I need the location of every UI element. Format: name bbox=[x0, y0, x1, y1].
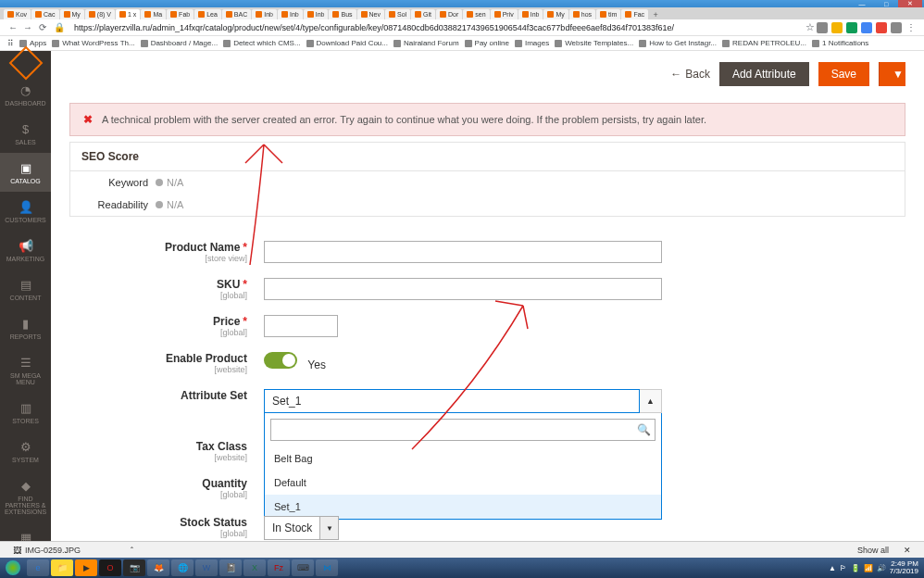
task-icon[interactable]: 📁 bbox=[51, 559, 73, 576]
attribute-set-select[interactable]: Set_1 bbox=[264, 389, 640, 413]
sku-input[interactable] bbox=[264, 278, 662, 300]
save-dropdown-button[interactable]: ▼ bbox=[879, 62, 905, 86]
sidebar-item[interactable]: ▥STORES bbox=[0, 393, 51, 432]
apps-button[interactable]: ⠿ bbox=[7, 39, 14, 48]
browser-tab[interactable]: tim bbox=[596, 9, 620, 19]
extension-icon[interactable] bbox=[817, 22, 828, 33]
bookmark-item[interactable]: Detect which CMS... bbox=[223, 39, 300, 47]
browser-tab[interactable]: sen bbox=[463, 9, 489, 19]
forward-icon[interactable]: → bbox=[20, 20, 35, 35]
extension-icon[interactable] bbox=[876, 22, 887, 33]
close-download-bar[interactable]: ✕ bbox=[898, 544, 917, 557]
chevron-up-icon[interactable]: ˆ bbox=[131, 546, 133, 555]
browser-tab[interactable]: Lea bbox=[194, 9, 221, 19]
dropdown-option[interactable]: Default bbox=[265, 471, 661, 495]
task-icon[interactable]: 🌐 bbox=[171, 559, 194, 576]
task-icon[interactable]: ⌨ bbox=[292, 559, 314, 576]
browser-tab[interactable]: Fac bbox=[621, 9, 648, 19]
maximize-button[interactable]: □ bbox=[874, 0, 898, 7]
browser-tab[interactable]: My bbox=[60, 9, 84, 19]
browser-tab[interactable]: Git bbox=[411, 9, 435, 19]
task-icon[interactable]: 🦊 bbox=[147, 559, 169, 576]
dropdown-option[interactable]: Belt Bag bbox=[265, 446, 661, 471]
extension-icon[interactable] bbox=[861, 22, 872, 33]
sidebar-item[interactable]: $SALES bbox=[0, 114, 51, 153]
browser-tab[interactable]: 1 x bbox=[116, 9, 140, 19]
new-tab-button[interactable]: + bbox=[649, 9, 662, 19]
url-input[interactable] bbox=[69, 21, 805, 34]
browser-tab[interactable]: Nev bbox=[357, 9, 384, 19]
bookmark-item[interactable]: Download Paid Cou... bbox=[306, 39, 388, 47]
browser-tab[interactable]: (8) V bbox=[85, 9, 115, 19]
bookmark-item[interactable]: How to Get Instagr... bbox=[639, 39, 717, 47]
task-icon[interactable]: X bbox=[243, 559, 266, 576]
tray-icon[interactable]: 🔋 bbox=[851, 564, 860, 572]
task-icon[interactable]: ▶ bbox=[75, 559, 97, 576]
browser-tab[interactable]: Inb bbox=[304, 9, 329, 19]
task-icon[interactable]: Fz bbox=[268, 559, 290, 576]
menu-icon[interactable]: ⋮ bbox=[904, 20, 918, 35]
browser-tab[interactable]: Fab bbox=[167, 9, 194, 19]
task-icon[interactable]: 📷 bbox=[123, 559, 145, 576]
back-icon[interactable]: ← bbox=[6, 20, 20, 35]
show-all-button[interactable]: Show all bbox=[852, 544, 894, 557]
bookmark-item[interactable]: 1 Notifications bbox=[812, 39, 868, 47]
attribute-set-search-input[interactable] bbox=[275, 423, 637, 436]
stock-status-select[interactable]: In Stock bbox=[264, 516, 320, 540]
product-name-input[interactable] bbox=[264, 241, 662, 263]
browser-tab[interactable]: Inb bbox=[278, 9, 303, 19]
browser-tab[interactable]: BAC bbox=[222, 9, 251, 19]
extension-icon[interactable] bbox=[831, 22, 843, 33]
enable-product-toggle[interactable] bbox=[264, 352, 297, 369]
sidebar-item[interactable]: ◔DASHBOARD bbox=[0, 75, 51, 114]
bookmark-item[interactable]: Apps bbox=[19, 39, 46, 47]
sidebar-item[interactable]: 📢MARKETING bbox=[0, 231, 51, 270]
bookmark-item[interactable]: Pay online bbox=[465, 39, 509, 47]
tray-icon[interactable]: 📶 bbox=[864, 564, 873, 572]
clock[interactable]: 2:49 PM 7/3/2019 bbox=[890, 560, 918, 575]
save-button[interactable]: Save bbox=[818, 62, 869, 86]
browser-tab[interactable]: Kov bbox=[4, 9, 31, 19]
browser-tab[interactable]: Cac bbox=[31, 9, 58, 19]
browser-tab[interactable]: hos bbox=[569, 9, 595, 19]
sidebar-item[interactable]: ⚙SYSTEM bbox=[0, 432, 51, 471]
magento-logo[interactable] bbox=[0, 51, 51, 75]
browser-tab[interactable]: Sol bbox=[385, 9, 410, 19]
browser-tab[interactable]: Ma bbox=[141, 9, 166, 19]
bookmark-item[interactable]: Images bbox=[515, 39, 549, 47]
sidebar-item[interactable]: ▮REPORTS bbox=[0, 308, 51, 347]
bookmark-item[interactable]: Nairaland Forum bbox=[393, 39, 459, 47]
add-attribute-button[interactable]: Add Attribute bbox=[719, 62, 809, 86]
extension-icon[interactable] bbox=[846, 22, 857, 33]
browser-tab[interactable]: Bus bbox=[329, 9, 356, 19]
tray-icon[interactable]: ▲ bbox=[829, 564, 836, 572]
task-icon[interactable]: W bbox=[195, 559, 218, 576]
task-icon[interactable]: ⋈ bbox=[316, 559, 338, 576]
download-item[interactable]: 🖼 IMG-0259.JPG ˆ bbox=[7, 544, 139, 557]
sidebar-item[interactable]: ▣CATALOG bbox=[0, 153, 51, 192]
browser-tab[interactable]: My bbox=[543, 9, 568, 19]
sidebar-item[interactable]: 👤CUSTOMERS bbox=[0, 192, 51, 231]
browser-tab[interactable]: Inb bbox=[518, 9, 543, 19]
task-icon[interactable]: 📓 bbox=[219, 559, 242, 576]
attribute-set-arrow[interactable]: ▲ bbox=[640, 389, 662, 413]
bookmark-star-icon[interactable]: ☆ bbox=[805, 21, 815, 33]
start-button[interactable] bbox=[0, 558, 26, 578]
browser-tab[interactable]: Priv bbox=[491, 9, 518, 19]
task-icon[interactable]: e bbox=[27, 559, 49, 576]
tray-icon[interactable]: 🏳 bbox=[840, 564, 847, 572]
extension-icon[interactable] bbox=[891, 22, 902, 33]
sidebar-item[interactable]: ◆FIND PARTNERS & EXTENSIONS bbox=[0, 471, 51, 522]
bookmark-item[interactable]: What WordPress Th... bbox=[52, 39, 134, 47]
minimize-button[interactable]: — bbox=[850, 0, 874, 7]
price-input[interactable] bbox=[264, 315, 338, 337]
stock-status-arrow[interactable]: ▼ bbox=[320, 516, 339, 540]
bookmark-item[interactable]: Website Templates... bbox=[555, 39, 633, 47]
reload-icon[interactable]: ⟳ bbox=[35, 20, 50, 35]
sidebar-item[interactable]: ▤CONTENT bbox=[0, 270, 51, 308]
browser-tab[interactable]: Dor bbox=[436, 9, 462, 19]
tray-icon[interactable]: 🔊 bbox=[877, 564, 886, 572]
bookmark-item[interactable]: REDAN PETROLEU... bbox=[722, 39, 806, 47]
bookmark-item[interactable]: Dashboard / Mage... bbox=[141, 39, 218, 47]
task-icon[interactable]: O bbox=[99, 559, 121, 576]
